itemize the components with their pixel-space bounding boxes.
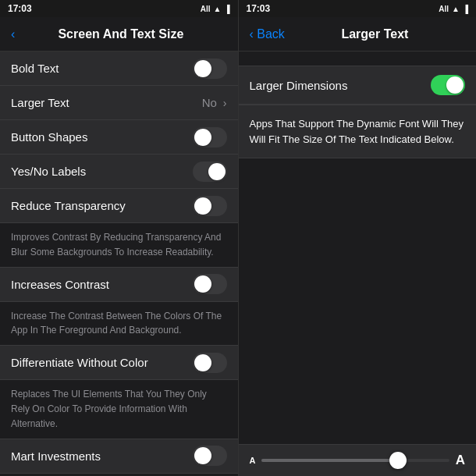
reduce-transparency-desc: Improves Contrast By Reducing Transparen…	[11, 232, 221, 258]
mart-desc-block: The "smart Invert" Option Reverses The S…	[0, 474, 238, 476]
reduce-transparency-row: Reduce Transparency	[0, 189, 238, 223]
toggle-knob	[194, 129, 211, 146]
right-nav-title: Larger Text	[285, 27, 465, 41]
larger-dimensions-row: Larger Dimensions	[239, 66, 477, 105]
slider-label-right: A	[456, 453, 465, 468]
larger-text-value: No	[202, 96, 217, 109]
mart-label: Mart Investments	[11, 449, 101, 463]
right-back-button[interactable]: ‹ Back	[250, 27, 285, 41]
right-panel: ‹ Back Larger Text Larger Dimensions App…	[239, 17, 477, 476]
status-icons-right: All ▲ ▐	[439, 5, 468, 13]
larger-text-value-area: No ›	[202, 96, 227, 109]
left-panel: ‹ Screen And Text Size Bold Text Larger …	[0, 17, 239, 476]
increases-contrast-desc: Increase The Contrast Between The Colors…	[11, 311, 222, 336]
slider-area: A A	[239, 444, 477, 476]
yes-no-labels-label: Yes/No Labels	[11, 165, 86, 178]
larger-text-label: Larger Text	[11, 96, 69, 109]
toggle-knob	[194, 197, 211, 215]
button-shapes-label: Button Shapes	[11, 130, 87, 144]
battery-icon-right: ▐	[463, 5, 468, 13]
right-nav-header: ‹ Back Larger Text	[239, 17, 477, 52]
left-nav-title: Screen And Text Size	[15, 27, 226, 41]
increases-contrast-row: Increases Contrast	[0, 268, 238, 302]
bold-text-toggle[interactable]	[193, 59, 227, 79]
button-shapes-row: Button Shapes	[0, 120, 238, 155]
time-right: 17:03	[247, 3, 271, 14]
larger-text-row[interactable]: Larger Text No ›	[0, 86, 238, 120]
toggle-knob	[194, 447, 211, 464]
right-flex-spacer	[239, 158, 477, 444]
slider-track[interactable]	[261, 459, 449, 462]
chevron-icon: ›	[223, 97, 227, 109]
yes-no-toggle[interactable]: ○	[193, 162, 227, 182]
differentiate-label: Differentiate Without Color	[11, 356, 148, 369]
status-bars: 17:03 All ▲ ▐ 17:03 All ▲ ▐	[0, 0, 476, 17]
differentiate-toggle[interactable]	[193, 353, 227, 373]
toggle-knob	[194, 60, 211, 77]
network-right: All	[439, 5, 449, 13]
larger-dimensions-label: Larger Dimensions	[250, 79, 348, 92]
status-bar-right: 17:03 All ▲ ▐	[239, 0, 477, 17]
toggle-knob	[446, 76, 464, 94]
time-left: 17:03	[8, 3, 32, 14]
wifi-icon-left: ▲	[214, 5, 222, 13]
slider-fill	[261, 459, 393, 462]
left-nav-header: ‹ Screen And Text Size	[0, 17, 238, 52]
status-bar-left: 17:03 All ▲ ▐	[0, 0, 239, 17]
button-shapes-toggle[interactable]	[193, 127, 227, 147]
slider-thumb[interactable]	[389, 452, 407, 469]
info-text: Apps That Support The Dynamic Font Will …	[250, 118, 464, 145]
increases-contrast-toggle[interactable]	[193, 274, 227, 294]
battery-icon-left: ▐	[224, 5, 229, 13]
mart-toggle[interactable]	[193, 446, 227, 466]
network-left: All	[201, 5, 211, 13]
right-spacer-top	[239, 52, 477, 66]
reduce-transparency-desc-block: Improves Contrast By Reducing Transparen…	[0, 223, 238, 268]
toggle-knob	[194, 275, 211, 293]
differentiate-desc: Replaces The UI Elements That You They O…	[11, 389, 207, 429]
bold-text-label: Bold Text	[11, 62, 59, 75]
mart-row: Mart Investments	[0, 439, 238, 474]
info-block: Apps That Support The Dynamic Font Will …	[239, 105, 477, 158]
differentiate-desc-block: Replaces The UI Elements That You They O…	[0, 380, 238, 439]
reduce-transparency-label: Reduce Transparency	[11, 199, 126, 212]
differentiate-row: Differentiate Without Color	[0, 346, 238, 380]
bold-text-row: Bold Text	[0, 52, 238, 86]
increases-contrast-desc-block: Increase The Contrast Between The Colors…	[0, 302, 238, 346]
status-icons-left: All ▲ ▐	[201, 5, 230, 13]
larger-dimensions-toggle[interactable]	[431, 75, 465, 95]
toggle-knob	[194, 354, 211, 371]
increases-contrast-label: Increases Contrast	[11, 278, 109, 291]
content-area: ‹ Screen And Text Size Bold Text Larger …	[0, 17, 476, 476]
wifi-icon-right: ▲	[452, 5, 460, 13]
slider-label-left: A	[250, 456, 256, 465]
reduce-transparency-toggle[interactable]	[193, 196, 227, 216]
yes-no-labels-row: Yes/No Labels ○	[0, 155, 238, 189]
